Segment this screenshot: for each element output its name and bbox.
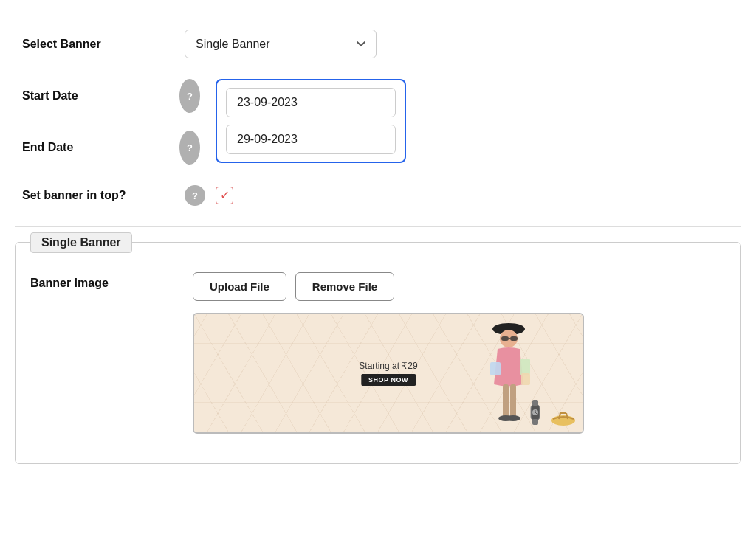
banner-center-content: Starting at ₹29 SHOP NOW xyxy=(359,361,417,386)
set-banner-top-row: Set banner in top? ? ✓ xyxy=(15,185,741,206)
banner-file-buttons: Upload File Remove File xyxy=(193,272,726,301)
sandal-icon xyxy=(550,409,577,426)
set-banner-top-help[interactable]: ? xyxy=(185,185,205,206)
set-banner-top-checkbox[interactable]: ✓ xyxy=(216,187,233,204)
form-section: Select Banner Single Banner Double Banne… xyxy=(15,22,741,479)
banner-image-controls: Upload File Remove File Starting at ₹29 … xyxy=(193,272,726,434)
banner-price-text: Starting at ₹29 xyxy=(359,361,417,371)
svg-rect-10 xyxy=(510,384,516,418)
start-date-input[interactable] xyxy=(226,88,396,117)
start-date-help[interactable]: ? xyxy=(179,79,200,113)
svg-rect-6 xyxy=(490,362,501,375)
checkmark-icon: ✓ xyxy=(220,190,230,201)
single-banner-section: Single Banner Banner Image Upload File R… xyxy=(15,242,741,464)
date-group-box xyxy=(216,79,406,163)
svg-rect-8 xyxy=(521,373,530,385)
single-banner-section-title: Single Banner xyxy=(30,232,132,253)
banner-preview: Starting at ₹29 SHOP NOW xyxy=(194,314,583,432)
date-rows: Start Date End Date ? ? xyxy=(15,79,741,165)
banner-image-row: Banner Image Upload File Remove File Sta… xyxy=(30,265,726,441)
end-date-label: End Date xyxy=(22,141,185,154)
start-date-label: Start Date xyxy=(22,89,185,103)
banner-shop-now: SHOP NOW xyxy=(361,374,416,386)
svg-rect-15 xyxy=(532,419,538,425)
banner-select[interactable]: Single Banner Double Banner Triple Banne… xyxy=(185,30,377,58)
remove-file-button[interactable]: Remove File xyxy=(295,272,394,301)
upload-file-button[interactable]: Upload File xyxy=(193,272,286,301)
banner-image-label: Banner Image xyxy=(30,272,193,290)
svg-rect-14 xyxy=(532,400,538,406)
select-banner-label: Select Banner xyxy=(22,38,185,51)
svg-rect-3 xyxy=(501,336,509,341)
svg-rect-7 xyxy=(520,359,530,375)
watch-icon xyxy=(523,398,547,426)
banner-preview-wrap: Starting at ₹29 SHOP NOW xyxy=(193,313,584,434)
section-divider xyxy=(15,226,741,227)
svg-rect-9 xyxy=(503,384,509,418)
banner-select-wrap: Single Banner Double Banner Triple Banne… xyxy=(185,30,734,58)
svg-point-12 xyxy=(506,415,520,421)
product-items xyxy=(523,398,577,426)
svg-rect-4 xyxy=(510,336,518,341)
set-banner-top-label: Set banner in top? xyxy=(22,189,185,202)
select-banner-row: Select Banner Single Banner Double Banne… xyxy=(15,30,741,58)
end-date-input[interactable] xyxy=(226,125,396,154)
end-date-help[interactable]: ? xyxy=(179,131,200,165)
